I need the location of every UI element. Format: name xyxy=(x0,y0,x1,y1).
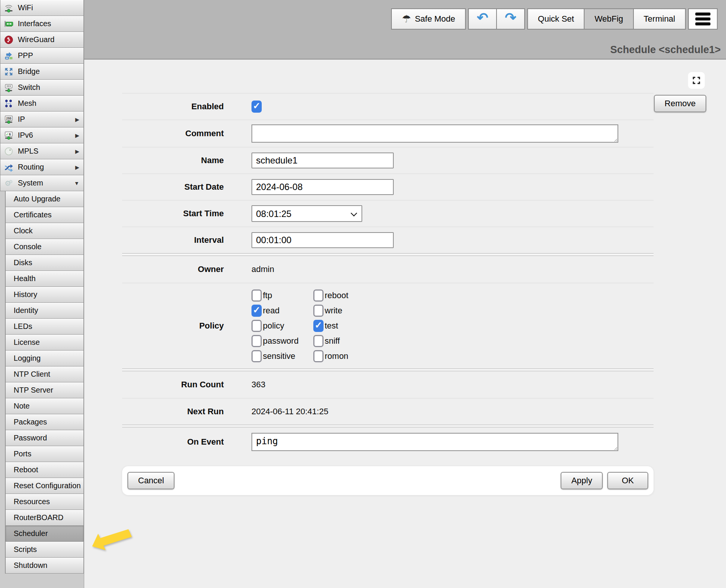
tab-quick-set[interactable]: Quick Set xyxy=(527,8,585,30)
run-count-value: 363 xyxy=(251,380,266,390)
undo-button[interactable]: ↶ xyxy=(468,8,497,30)
policy-option-read[interactable]: read xyxy=(251,305,313,317)
sidebar-item-ntp-client[interactable]: NTP Client xyxy=(5,366,84,382)
policy-option-label: reboot xyxy=(325,291,348,300)
policy-checkbox-read[interactable] xyxy=(251,305,262,317)
undo-icon: ↶ xyxy=(477,11,488,25)
policy-option-password[interactable]: password xyxy=(251,335,313,347)
sidebar-item-note[interactable]: Note xyxy=(5,398,84,414)
sidebar-item-leds[interactable]: LEDs xyxy=(5,318,84,335)
sidebar-item-switch[interactable]: Switch xyxy=(0,79,84,96)
sidebar-item-reboot[interactable]: Reboot xyxy=(5,462,84,478)
view-tabs-group: Quick Set WebFig Terminal xyxy=(527,8,686,30)
sidebar-item-history[interactable]: History xyxy=(5,286,84,303)
safe-mode-button[interactable]: ☂ Safe Mode xyxy=(391,8,466,30)
row-on-event: On Event ping xyxy=(122,428,654,456)
policy-checkbox-sniff[interactable] xyxy=(313,335,324,347)
start-time-label: Start Time xyxy=(122,209,224,219)
sidebar-item-packages[interactable]: Packages xyxy=(5,414,84,430)
chevron-right-icon: ▶ xyxy=(75,132,81,138)
sidebar-item-wifi[interactable]: WiFi xyxy=(0,0,84,16)
sidebar-item-shutdown[interactable]: Shutdown xyxy=(5,557,84,574)
sidebar-item-scripts[interactable]: Scripts xyxy=(5,541,84,558)
next-run-label: Next Run xyxy=(122,407,224,417)
sidebar-item-ipv6[interactable]: ✓6IPv6▶ xyxy=(0,127,84,143)
mpls-icon xyxy=(3,146,14,156)
policy-checkbox-sensitive[interactable] xyxy=(251,350,262,362)
cancel-button[interactable]: Cancel xyxy=(127,472,174,489)
policy-option-sensitive[interactable]: sensitive xyxy=(251,350,313,362)
ok-button[interactable]: OK xyxy=(607,472,648,489)
sidebar-item-console[interactable]: Console xyxy=(5,239,84,255)
policy-option-ftp[interactable]: ftp xyxy=(251,289,313,302)
policy-checkbox-password[interactable] xyxy=(251,335,262,347)
policy-option-test[interactable]: test xyxy=(313,320,348,332)
policy-checkbox-reboot[interactable] xyxy=(313,289,324,302)
sidebar-item-routing[interactable]: Routing▶ xyxy=(0,159,84,175)
sidebar-item-license[interactable]: License xyxy=(5,334,84,351)
policy-checkbox-test[interactable] xyxy=(313,320,324,332)
hamburger-menu-button[interactable] xyxy=(688,8,718,30)
sidebar-item-system[interactable]: ⚙⚙System▼ xyxy=(0,175,84,191)
tab-terminal[interactable]: Terminal xyxy=(633,8,686,30)
page-title: Schedule <schedule1> xyxy=(610,44,721,56)
sidebar-item-clock[interactable]: Clock xyxy=(5,223,84,239)
start-time-select[interactable]: 08:01:25 xyxy=(251,205,362,222)
fullscreen-button[interactable] xyxy=(688,72,705,89)
start-date-input[interactable] xyxy=(251,179,394,195)
sidebar-item-disks[interactable]: Disks xyxy=(5,255,84,271)
sidebar-item-ports[interactable]: Ports xyxy=(5,446,84,462)
interval-input[interactable] xyxy=(251,232,394,248)
on-event-textarea[interactable]: ping xyxy=(251,433,618,451)
sidebar-item-health[interactable]: Health xyxy=(5,270,84,287)
ppp-icon xyxy=(3,51,14,61)
wireguard-icon xyxy=(3,35,14,45)
umbrella-icon: ☂ xyxy=(402,14,411,24)
policy-option-label: sniff xyxy=(325,336,340,346)
sidebar-item-reset-configuration[interactable]: Reset Configuration xyxy=(5,478,84,494)
sidebar-item-auto-upgrade[interactable]: Auto Upgrade xyxy=(5,191,84,207)
redo-button[interactable]: ↷ xyxy=(496,8,525,30)
sidebar-menu: WiFiInterfacesWireGuardPPPBridgeSwitchMe… xyxy=(0,0,84,588)
policy-checkbox-write[interactable] xyxy=(313,305,324,317)
sidebar-item-wireguard[interactable]: WireGuard xyxy=(0,31,84,48)
name-input[interactable] xyxy=(251,153,394,168)
policy-option-label: romon xyxy=(325,351,348,361)
sidebar-item-ppp[interactable]: PPP xyxy=(0,47,84,64)
row-start-date: Start Date xyxy=(122,173,654,200)
safe-mode-label: Safe Mode xyxy=(415,14,455,24)
sidebar-item-resources[interactable]: Resources xyxy=(5,494,84,510)
system-icon: ⚙⚙ xyxy=(3,178,14,188)
sidebar-item-mesh[interactable]: Mesh xyxy=(0,95,84,112)
sidebar-item-certificates[interactable]: Certificates xyxy=(5,207,84,223)
apply-button[interactable]: Apply xyxy=(561,472,603,489)
comment-label: Comment xyxy=(122,129,224,138)
sidebar-item-routerboard[interactable]: RouterBOARD xyxy=(5,509,84,526)
sidebar-item-logging[interactable]: Logging xyxy=(5,350,84,366)
comment-textarea[interactable] xyxy=(251,124,618,143)
sidebar-item-interfaces[interactable]: Interfaces xyxy=(0,16,84,32)
policy-checkbox-ftp[interactable] xyxy=(251,289,262,302)
sidebar-item-ntp-server[interactable]: NTP Server xyxy=(5,382,84,398)
policy-option-reboot[interactable]: reboot xyxy=(313,289,348,302)
policy-checkbox-romon[interactable] xyxy=(313,350,324,362)
sidebar-item-identity[interactable]: Identity xyxy=(5,302,84,319)
remove-button[interactable]: Remove xyxy=(654,95,706,112)
policy-option-romon[interactable]: romon xyxy=(313,350,348,362)
sidebar-item-password[interactable]: Password xyxy=(5,430,84,446)
sidebar-item-bridge[interactable]: Bridge xyxy=(0,63,84,80)
tab-webfig[interactable]: WebFig xyxy=(584,8,633,30)
sidebar-item-scheduler[interactable]: Scheduler xyxy=(5,525,84,542)
policy-checkbox-policy[interactable] xyxy=(251,320,262,332)
row-run-count: Run Count 363 xyxy=(122,371,654,398)
section-divider xyxy=(122,368,654,371)
policy-option-policy[interactable]: policy xyxy=(251,320,313,332)
wifi-icon xyxy=(3,3,14,13)
policy-option-sniff[interactable]: sniff xyxy=(313,335,348,347)
policy-option-write[interactable]: write xyxy=(313,305,348,317)
policy-option-label: ftp xyxy=(263,291,272,300)
interval-label: Interval xyxy=(122,235,224,245)
enabled-checkbox[interactable] xyxy=(251,101,262,113)
sidebar-item-mpls[interactable]: MPLS▶ xyxy=(0,143,84,159)
sidebar-item-ip[interactable]: 255IP▶ xyxy=(0,111,84,127)
